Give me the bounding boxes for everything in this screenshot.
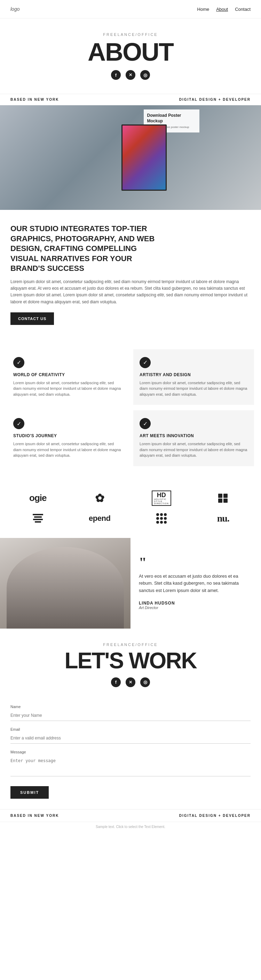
logo-flower: ✿ bbox=[95, 492, 104, 505]
work-x-icon[interactable]: ✕ bbox=[126, 678, 135, 687]
logo-hd: HD HOLISTICSTYLEDIRECTION bbox=[152, 490, 171, 506]
feature-title-3: ART MEETS INNOVATION bbox=[139, 433, 248, 438]
poster-headline: Download Poster Mockup bbox=[147, 113, 196, 124]
testimonial-role: Art Director bbox=[139, 606, 253, 610]
check-icon-1: ✓ bbox=[139, 357, 151, 368]
logo: logo bbox=[10, 6, 19, 12]
check-icon-2: ✓ bbox=[13, 418, 24, 429]
work-section: FREELANCE/OFFICE LET'S WORK f ✕ ◎ bbox=[0, 628, 261, 698]
testimonial-image bbox=[0, 538, 131, 628]
feature-body-1: Lorem ipsum dolor sit amet, consetetur s… bbox=[139, 380, 248, 398]
feature-title-2: STUDIO'S JOURNEY bbox=[13, 433, 122, 438]
nav-home[interactable]: Home bbox=[197, 6, 209, 12]
feature-title-0: WORLD OF CREATIVITY bbox=[13, 372, 122, 377]
nav-links: Home About Contact bbox=[197, 6, 251, 12]
x-icon[interactable]: ✕ bbox=[126, 70, 135, 80]
feature-card-1: ✓ ARTISTRY AND DESIGN Lorem ipsum dolor … bbox=[133, 349, 254, 405]
feature-body-0: Lorem ipsum dolor sit amet, consetetur s… bbox=[13, 380, 122, 398]
work-sublabel: FREELANCE/OFFICE bbox=[7, 643, 254, 647]
features-section: ✓ WORLD OF CREATIVITY Lorem ipsum dolor … bbox=[0, 339, 261, 477]
tagline-bar: BASED IN NEW YORK DIGITAL DESIGN + DEVEL… bbox=[0, 94, 261, 105]
logos-grid: ogie ✿ HD HOLISTICSTYLEDIRECTION bbox=[10, 490, 251, 524]
nav-contact[interactable]: Contact bbox=[235, 6, 251, 12]
logo-dots bbox=[156, 513, 167, 523]
features-grid: ✓ WORLD OF CREATIVITY Lorem ipsum dolor … bbox=[7, 349, 254, 466]
logos-section: ogie ✿ HD HOLISTICSTYLEDIRECTION bbox=[0, 477, 261, 538]
logo-ogie: ogie bbox=[29, 493, 46, 503]
hero-section: FREELANCE/OFFICE ABOUT f ✕ ◎ bbox=[0, 19, 261, 90]
feature-body-3: Lorem ipsum dolor sit amet, consetetur s… bbox=[139, 441, 248, 458]
bottom-bar: BASED IN NEW YORK DIGITAL DESIGN + DEVEL… bbox=[0, 809, 261, 822]
work-instagram-icon[interactable]: ◎ bbox=[140, 678, 150, 687]
logo-nu: nu. bbox=[217, 513, 229, 524]
hero-image: Download Poster Mockup Download this fre… bbox=[0, 105, 261, 210]
feature-title-1: ARTISTRY AND DESIGN bbox=[139, 372, 248, 377]
testimonial-name: LINDA HUDSON bbox=[139, 601, 253, 606]
check-icon-3: ✓ bbox=[139, 418, 151, 429]
feature-card-2: ✓ STUDIO'S JOURNEY Lorem ipsum dolor sit… bbox=[7, 410, 128, 466]
footer-sample-text: Sample text. Click to select the Text El… bbox=[0, 822, 261, 832]
check-icon-0: ✓ bbox=[13, 357, 24, 368]
name-label: Name bbox=[10, 705, 251, 709]
bottom-right: DIGITAL DESIGN + DEVELOPER bbox=[179, 814, 251, 818]
feature-card-3: ✓ ART MEETS INNOVATION Lorem ipsum dolor… bbox=[133, 410, 254, 466]
testimonial-content: " At vero eos et accusam et justo duo do… bbox=[131, 538, 261, 628]
studio-section: OUR STUDIO INTEGRATES TOP-TIER GRAPHICS,… bbox=[0, 210, 261, 339]
email-label: Email bbox=[10, 727, 251, 732]
tagline-left: BASED IN NEW YORK bbox=[10, 98, 59, 102]
name-input[interactable] bbox=[10, 710, 251, 721]
bottom-left: BASED IN NEW YORK bbox=[10, 814, 59, 818]
submit-button[interactable]: SUBMIT bbox=[10, 786, 49, 799]
logo-stack bbox=[33, 514, 43, 523]
logo-grid bbox=[218, 494, 228, 503]
testimonial-section: " At vero eos et accusam et justo duo do… bbox=[0, 538, 261, 628]
email-input[interactable] bbox=[10, 733, 251, 744]
navigation: logo Home About Contact bbox=[0, 0, 261, 19]
contact-form: Name Email Message SUBMIT bbox=[0, 698, 261, 809]
work-socials: f ✕ ◎ bbox=[7, 678, 254, 687]
instagram-icon[interactable]: ◎ bbox=[140, 70, 150, 80]
testimonial-text: At vero eos et accusam et justo duo dolo… bbox=[139, 573, 253, 594]
logo-epend: epend bbox=[89, 514, 110, 523]
feature-card-0: ✓ WORLD OF CREATIVITY Lorem ipsum dolor … bbox=[7, 349, 128, 405]
studio-body: Lorem ipsum dolor sit amet, consetetur s… bbox=[10, 278, 251, 305]
facebook-icon[interactable]: f bbox=[111, 70, 121, 80]
feature-body-2: Lorem ipsum dolor sit amet, consetetur s… bbox=[13, 441, 122, 458]
nav-about[interactable]: About bbox=[216, 6, 228, 12]
poster-mockup bbox=[122, 124, 167, 191]
work-facebook-icon[interactable]: f bbox=[111, 678, 121, 687]
message-input[interactable] bbox=[10, 756, 251, 776]
quote-mark: " bbox=[139, 557, 253, 568]
work-title: LET'S WORK bbox=[7, 649, 254, 672]
hero-socials: f ✕ ◎ bbox=[7, 70, 254, 80]
hero-title: ABOUT bbox=[7, 40, 254, 65]
message-label: Message bbox=[10, 750, 251, 754]
studio-title: OUR STUDIO INTEGRATES TOP-TIER GRAPHICS,… bbox=[10, 224, 157, 274]
hero-sublabel: FREELANCE/OFFICE bbox=[7, 32, 254, 37]
contact-us-button[interactable]: CONTACT US bbox=[10, 312, 54, 325]
tagline-right: DIGITAL DESIGN + DEVELOPER bbox=[179, 98, 251, 102]
